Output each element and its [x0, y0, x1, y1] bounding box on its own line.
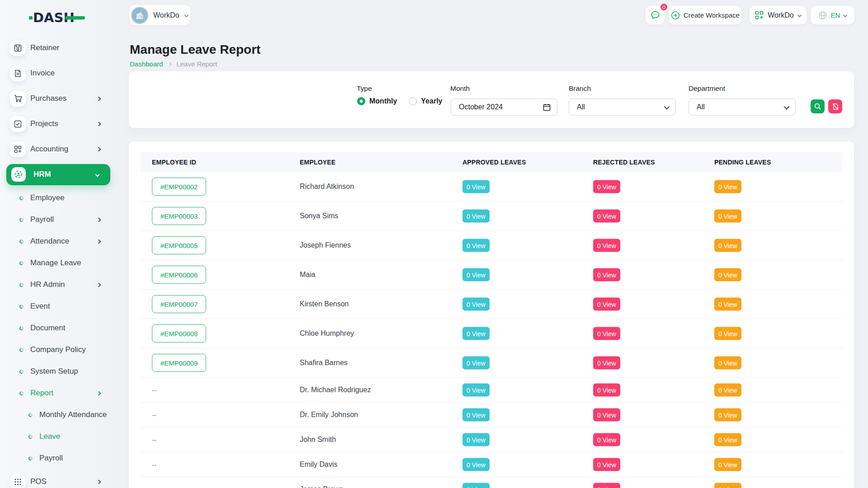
pending-leaves-view-button[interactable]: 0 View — [714, 210, 741, 223]
rejected-leaves-view-button[interactable]: 0 View — [593, 210, 620, 223]
sidebar-item-projects[interactable]: Projects — [0, 111, 118, 136]
rejected-leaves-view-button[interactable]: 0 View — [593, 268, 620, 282]
sidebar-item-report[interactable]: Report — [0, 382, 118, 404]
sidebar-item-event[interactable]: Event — [0, 296, 118, 317]
breadcrumb: Dashboard Leave Report — [130, 60, 217, 68]
brand-logo[interactable]: DASH — [29, 10, 88, 27]
workspace-selector[interactable]: WorkDo — [129, 5, 190, 25]
rejected-leaves-view-button[interactable]: 0 View — [593, 298, 620, 311]
employee-id-badge[interactable]: #EMP00009 — [152, 354, 206, 372]
sidebar-item-attendance[interactable]: Attendance — [0, 230, 118, 252]
pending-leaves-view-button[interactable]: 0 View — [714, 180, 741, 193]
employee-name: Chloe Humphrey — [300, 329, 354, 338]
approved-leaves-view-button[interactable]: 0 View — [462, 408, 490, 422]
rejected-leaves-view-button[interactable]: 0 View — [593, 327, 620, 340]
pending-leaves-view-button[interactable]: 0 View — [714, 298, 741, 311]
approved-leaves-view-button[interactable]: 0 View — [462, 268, 490, 282]
employee-id-badge[interactable]: #EMP00003 — [152, 207, 206, 225]
sidebar-item-employee[interactable]: Employee — [0, 187, 118, 209]
sidebar: DASH RetainerInvoicePurchasesProjectsAcc… — [0, 0, 118, 488]
pending-leaves-view-button[interactable]: 0 View — [714, 384, 741, 397]
rejected-leaves-view-button[interactable]: 0 View — [593, 384, 620, 397]
radio-yearly[interactable] — [409, 97, 417, 105]
sidebar-item-invoice[interactable]: Invoice — [0, 61, 118, 86]
workspace-menu[interactable]: WorkDo — [750, 6, 807, 24]
approved-leaves-view-button[interactable]: 0 View — [462, 483, 490, 488]
employee-id-badge[interactable]: #EMP00007 — [152, 295, 206, 313]
globe-icon — [818, 11, 827, 20]
employee-name: Emily Davis — [300, 460, 338, 469]
sidebar-item-accounting[interactable]: Accounting — [0, 136, 118, 162]
sidebar-item-label: Monthly Attendance — [39, 410, 107, 419]
employee-name: James Brown — [300, 485, 344, 488]
sidebar-item-label: Purchases — [30, 94, 66, 103]
sidebar-item-company-policy[interactable]: Company Policy — [0, 339, 118, 361]
approved-leaves-view-button[interactable]: 0 View — [462, 384, 490, 397]
approved-leaves-view-button[interactable]: 0 View — [462, 357, 490, 370]
pending-leaves-view-button[interactable]: 0 View — [714, 239, 741, 252]
employee-id-badge[interactable]: #EMP00002 — [152, 178, 206, 196]
language-selector[interactable]: EN — [811, 6, 854, 24]
rejected-leaves-view-button[interactable]: 0 View — [593, 433, 620, 446]
pos-icon — [10, 474, 26, 488]
bullet-icon — [28, 412, 33, 418]
approved-leaves-view-button[interactable]: 0 View — [462, 180, 490, 193]
sidebar-item-system-setup[interactable]: System Setup — [0, 361, 118, 382]
create-workspace-button[interactable]: Create Workspace — [669, 6, 741, 24]
employee-id-badge[interactable]: #EMP00008 — [152, 324, 206, 343]
rejected-leaves-view-button[interactable]: 0 View — [593, 408, 620, 422]
month-input[interactable]: October 2024 — [451, 99, 557, 116]
rejected-leaves-view-button[interactable]: 0 View — [593, 458, 620, 471]
pending-leaves-view-button[interactable]: 0 View — [714, 458, 741, 471]
type-label: Type — [357, 84, 372, 93]
sidebar-item-leave[interactable]: Leave — [0, 426, 118, 447]
reset-filter-button[interactable] — [828, 99, 842, 113]
sidebar-item-manage-leave[interactable]: Manage Leave — [0, 252, 118, 274]
col-approved-leaves: APPROVED LEAVES — [462, 159, 526, 166]
chat-icon — [650, 10, 660, 20]
approved-leaves-view-button[interactable]: 0 View — [462, 433, 490, 446]
sidebar-item-document[interactable]: Document — [0, 317, 118, 339]
sidebar-item-purchases[interactable]: Purchases — [0, 86, 118, 111]
pending-leaves-view-button[interactable]: 0 View — [714, 433, 741, 446]
sidebar-item-pos[interactable]: POS — [0, 469, 118, 488]
radio-monthly[interactable] — [357, 97, 365, 105]
sidebar-item-hrm[interactable]: HRM — [6, 164, 110, 185]
rejected-leaves-view-button[interactable]: 0 View — [593, 357, 620, 370]
pending-leaves-view-button[interactable]: 0 View — [714, 483, 741, 488]
rejected-leaves-view-button[interactable]: 0 View — [593, 180, 620, 193]
messages-count-badge: 0 — [660, 3, 668, 11]
sidebar-item-hr-admin[interactable]: HR Admin — [0, 274, 118, 296]
table-row: #EMP00002Richard Atkinson0 View0 View0 V… — [141, 172, 842, 202]
sidebar-item-label: System Setup — [30, 367, 78, 376]
sidebar-item-payroll[interactable]: Payroll — [0, 447, 118, 469]
breadcrumb-dashboard-link[interactable]: Dashboard — [130, 60, 163, 68]
rejected-leaves-view-button[interactable]: 0 View — [593, 239, 620, 252]
table-body: #EMP00002Richard Atkinson0 View0 View0 V… — [141, 172, 842, 488]
branch-select[interactable]: All — [569, 99, 676, 116]
search-button[interactable] — [811, 99, 825, 113]
sidebar-item-payroll[interactable]: Payroll — [0, 209, 118, 230]
sidebar-item-monthly-attendance[interactable]: Monthly Attendance — [0, 404, 118, 426]
pending-leaves-view-button[interactable]: 0 View — [714, 327, 741, 340]
approved-leaves-view-button[interactable]: 0 View — [462, 327, 490, 340]
sidebar-item-retainer[interactable]: Retainer — [0, 35, 118, 61]
pending-leaves-view-button[interactable]: 0 View — [714, 357, 741, 370]
sidebar-item-label: POS — [30, 477, 47, 486]
workspace-avatar — [132, 7, 148, 23]
pending-leaves-view-button[interactable]: 0 View — [714, 268, 741, 282]
department-select[interactable]: All — [689, 99, 796, 116]
rejected-leaves-view-button[interactable]: 0 View — [593, 483, 620, 488]
employee-name: Kirsten Benson — [300, 300, 349, 308]
messages-button[interactable]: 0 — [646, 6, 665, 24]
approved-leaves-view-button[interactable]: 0 View — [462, 239, 490, 252]
employee-id-badge[interactable]: #EMP00005 — [152, 236, 206, 254]
chevron-down-icon — [95, 172, 100, 177]
employee-name: Shafira Barnes — [300, 359, 348, 367]
employee-id-badge[interactable]: #EMP00006 — [152, 266, 206, 284]
approved-leaves-view-button[interactable]: 0 View — [462, 210, 490, 223]
pending-leaves-view-button[interactable]: 0 View — [714, 408, 741, 422]
sidebar-item-label: Attendance — [30, 237, 69, 246]
approved-leaves-view-button[interactable]: 0 View — [462, 298, 490, 311]
approved-leaves-view-button[interactable]: 0 View — [462, 458, 490, 471]
